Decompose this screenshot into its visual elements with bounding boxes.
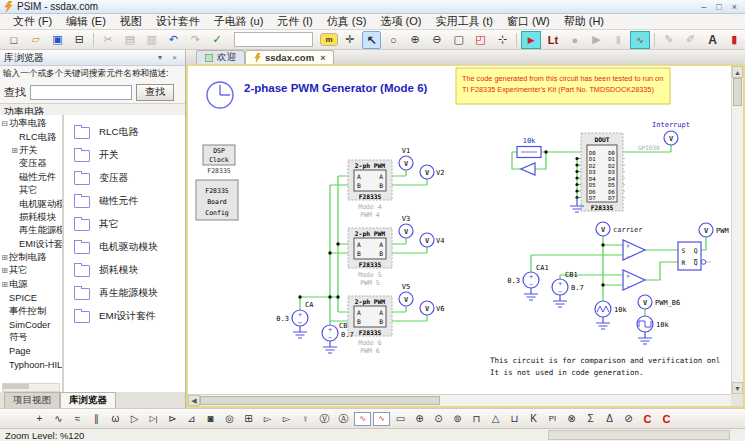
menu-elements[interactable]: 元件 (I) (270, 14, 319, 29)
simview-scope-button[interactable]: ∿ (630, 31, 650, 49)
inverter-gate[interactable] (521, 163, 535, 175)
source-ca1[interactable]: + − CA1 0.3 (507, 264, 548, 289)
voltmeter-v3[interactable]: V V3 (399, 215, 413, 238)
tree-item-symbols[interactable]: 符号 (0, 331, 62, 344)
tree-item-rlc[interactable]: RLC电路 (0, 130, 62, 143)
tree-item-event-control[interactable]: 事件控制 (0, 304, 62, 317)
comparator-1[interactable]: + - (623, 240, 645, 260)
tree-horizontal-scrollbar[interactable] (2, 383, 60, 392)
tree-item-spice[interactable]: SPICE (0, 291, 62, 304)
wire-tool-button[interactable]: + (31, 411, 48, 427)
schematic-sheet[interactable]: 2-phase PWM Generator (Mode 6) The code … (188, 66, 731, 394)
zoom-button[interactable]: ○ (383, 31, 403, 49)
tree-item-switches[interactable]: ⊞开关 (0, 144, 62, 157)
folder-item-motor-drive[interactable]: 电机驱动模块 (74, 236, 185, 259)
tree-item-thermal[interactable]: 损耗模块 (0, 211, 62, 224)
tab-welcome[interactable]: 欢迎 (196, 50, 245, 64)
simview-check-button[interactable]: ✓ (207, 31, 227, 49)
ltspice-button[interactable]: Lt (543, 31, 563, 49)
comparator-button[interactable]: ▻ (278, 411, 295, 427)
menu-options[interactable]: 选项 (O) (374, 14, 429, 29)
c-script-button[interactable]: C (639, 411, 656, 427)
motor-button[interactable]: Δ (601, 411, 618, 427)
subcircuit-block-button[interactable]: ▭ (392, 411, 409, 427)
sine-source-button[interactable]: ⊚ (449, 411, 466, 427)
save-button[interactable]: ▣ (48, 31, 68, 49)
dc-source-button[interactable]: ⊕ (411, 411, 428, 427)
tree-item-simcoder[interactable]: SimCoder (0, 318, 62, 331)
voltmeter-carrier[interactable]: V carrier (596, 222, 643, 236)
close-button[interactable]: × (732, 2, 737, 12)
scroll-down-arrow[interactable]: ▼ (732, 382, 743, 394)
print-button[interactable]: ⊟ (69, 31, 89, 49)
panel-dock-icons[interactable]: ▾ × (158, 53, 181, 62)
undo-button[interactable]: ↶ (164, 31, 184, 49)
menu-subcircuit[interactable]: 子电路 (u) (207, 14, 271, 29)
source-ca[interactable]: + − CA 0.3 (276, 301, 314, 327)
zoom-out-button[interactable]: ⊖ (427, 31, 447, 49)
ac-source-button[interactable]: ⊙ (430, 411, 447, 427)
pan-tool-button[interactable]: ⊹ (492, 31, 512, 49)
minimize-button[interactable]: – (701, 2, 706, 12)
pause-button[interactable]: ‖ (608, 31, 628, 49)
resistor-button[interactable]: ∿ (50, 411, 67, 427)
tree-item-power-circuit[interactable]: ⊟功率电路 (0, 117, 62, 130)
mech-load-button[interactable]: ⊘ (620, 411, 637, 427)
tree-item-transformers[interactable]: 变压器 (0, 157, 62, 170)
tab-project-view[interactable]: 项目视图 (4, 392, 60, 408)
transformer-button[interactable]: ◙ (202, 411, 219, 427)
paste-button[interactable]: ▥ (142, 31, 162, 49)
voltmeter-interrupt[interactable]: V Interrupt (652, 121, 690, 145)
scope-1ch-button[interactable]: ∿ (354, 412, 371, 426)
folder-item-other[interactable]: 其它 (74, 213, 185, 236)
capacitor-button[interactable]: ∥ (88, 411, 105, 427)
tree-item-sources[interactable]: ⊞电源 (0, 278, 62, 291)
redo-button[interactable]: ↷ (185, 31, 205, 49)
rheostat-button[interactable]: ≈ (69, 411, 86, 427)
folder-item-thermal[interactable]: 损耗模块 (74, 259, 185, 282)
diode-button[interactable]: ▷ (126, 411, 143, 427)
folder-item-switches[interactable]: 开关 (74, 144, 185, 167)
pwm-block-2[interactable]: 2-ph PWM A B A B F28335 Mode 5 PWM 5 (348, 228, 392, 287)
menu-help[interactable]: 帮助 (H) (557, 14, 611, 29)
gain-block-button[interactable]: K (525, 411, 542, 427)
zoom-selection-button[interactable]: ◰ (471, 31, 491, 49)
voltmeter-v1[interactable]: V V1 (399, 147, 413, 170)
new-button[interactable]: □ (4, 31, 24, 49)
tab-close-icon[interactable]: × (320, 53, 325, 63)
tab-library-browser[interactable]: 库浏览器 (60, 392, 116, 408)
voltage-probe-button[interactable]: ♀ (297, 411, 314, 427)
menu-design-suite[interactable]: 设计套件 (149, 14, 207, 29)
square-source-button[interactable]: ⊓ (468, 411, 485, 427)
tree-item-emi[interactable]: EMI设计套件 (0, 238, 62, 251)
voltmeter-pwm[interactable]: V PWM (699, 223, 729, 237)
pwm-block-1[interactable]: 2-ph PWM A B A B F28335 Mode 4 PWM 4 (348, 160, 392, 219)
maximize-button[interactable]: □ (716, 2, 721, 12)
zoom-in-button[interactable]: ⊕ (405, 31, 425, 49)
cut-button[interactable]: ✂ (98, 31, 118, 49)
run-button[interactable]: ▶ (587, 31, 607, 49)
menu-view[interactable]: 视图 (113, 14, 149, 29)
folder-item-transformers[interactable]: 变压器 (74, 167, 185, 190)
tree-item-renewable[interactable]: 再生能源模块 (0, 224, 62, 237)
board-config-block[interactable]: F28335 Board Config (196, 180, 238, 220)
coupled-inductor-button[interactable]: ⊞ (240, 411, 257, 427)
resistor-10k[interactable]: 10k (517, 137, 541, 158)
tree-item-magnetics[interactable]: 磁性元件 (0, 171, 62, 184)
run-simulation-button[interactable]: ▶ (521, 31, 541, 49)
folder-item-emi[interactable]: EMI设计套件 (74, 305, 185, 328)
tree-item-typhoon-hil[interactable]: Typhoon-HIL (0, 358, 62, 371)
tab-ssdax[interactable]: ssdax.com × (245, 50, 334, 64)
text-tool-button[interactable]: A (703, 31, 723, 49)
pan-hand-button[interactable]: ✛ (340, 31, 360, 49)
ammeter-button[interactable]: Ⓐ (335, 411, 352, 427)
transformer-3ph-button[interactable]: ◎ (221, 411, 238, 427)
label-tool-button[interactable]: m (320, 33, 338, 46)
folder-item-rlc[interactable]: RLC电路 (74, 121, 185, 144)
scroll-left-arrow[interactable]: ◀ (188, 395, 200, 406)
tree-item-other[interactable]: 其它 (0, 184, 62, 197)
copy-button[interactable]: ▤ (120, 31, 140, 49)
comparator-2[interactable]: + - (623, 270, 645, 290)
voltmeter-v5[interactable]: V V5 (399, 283, 413, 306)
square-wave-source[interactable]: 10k (637, 316, 669, 332)
